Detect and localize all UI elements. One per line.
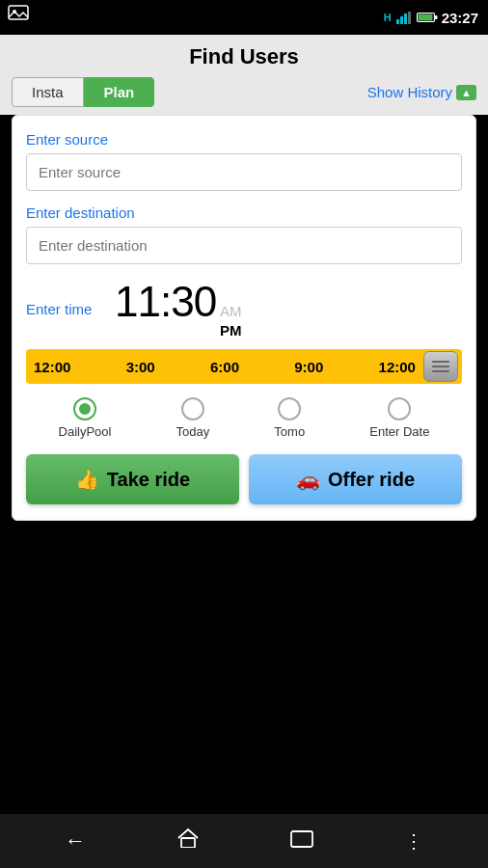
take-ride-button[interactable]: 👍 Take ride [26,454,239,504]
radio-tomo-label: Tomo [274,424,305,439]
source-input[interactable] [26,153,462,191]
home-button[interactable] [176,828,200,854]
tab-insta[interactable]: Insta [12,77,84,107]
thumb-line-2 [432,366,449,367]
time-section: Enter time 11:30 AM PM [26,278,462,339]
history-arrow-icon: ▲ [456,85,476,100]
back-button[interactable]: ← [65,828,86,854]
svg-rect-8 [418,14,432,21]
slider-label-1: 3:00 [126,359,155,375]
tab-bar: Insta Plan Show History ▲ [0,77,488,115]
recents-icon [290,830,313,848]
app-header: Find Users [0,35,488,77]
radio-daily[interactable]: DailyPool [59,397,112,439]
tab-plan[interactable]: Plan [84,77,155,107]
slider-label-0: 12:00 [34,359,70,375]
radio-today-label: Today [176,424,210,439]
radio-enter-date-circle [388,397,411,420]
status-bar: H 23:27 [0,0,488,35]
time-display: 11:30 AM PM [115,278,242,339]
status-bar-left-icons [8,4,29,25]
slider-thumb[interactable] [423,351,458,382]
svg-rect-0 [9,6,28,19]
slider-label-3: 9:00 [294,359,323,375]
pm-label: PM [220,321,242,340]
ampm-stack: AM PM [220,302,242,339]
nav-bar: ← ⋮ [0,814,488,868]
time-label: Enter time [26,301,103,317]
radio-today[interactable]: Today [176,397,210,439]
slider-label-2: 6:00 [210,359,239,375]
source-label: Enter source [26,131,462,148]
radio-tomo-circle [278,397,301,420]
svg-rect-9 [181,838,195,848]
destination-label: Enter destination [26,204,462,221]
radio-group: DailyPool Today Tomo Enter Date [26,397,462,439]
network-label: H [384,12,392,23]
svg-rect-5 [408,12,411,24]
radio-today-circle [181,397,204,420]
slider-label-4: 12:00 [379,359,416,375]
take-ride-label: Take ride [107,469,190,491]
action-buttons: 👍 Take ride 🚗 Offer ride [26,454,462,504]
signal-icon [395,11,413,24]
show-history-label: Show History [367,84,452,100]
take-ride-icon: 👍 [75,468,99,491]
time-value: 11:30 [115,278,216,326]
thumb-line-3 [432,370,449,372]
thumb-line-1 [432,361,449,363]
radio-daily-label: DailyPool [59,424,112,439]
svg-rect-2 [396,19,399,24]
radio-enter-date[interactable]: Enter Date [369,397,429,439]
offer-ride-button[interactable]: 🚗 Offer ride [249,454,462,504]
home-icon [176,828,200,848]
battery-icon [417,12,438,23]
status-time: 23:27 [442,10,478,26]
photo-icon [8,4,29,21]
time-slider[interactable]: 12:00 3:00 6:00 9:00 12:00 [26,349,462,384]
main-card: Enter source Enter destination Enter tim… [12,115,476,521]
svg-rect-4 [404,14,407,24]
am-label: AM [220,302,242,321]
page-title: Find Users [189,44,299,68]
svg-rect-10 [291,831,312,847]
svg-rect-7 [435,15,438,19]
show-history-button[interactable]: Show History ▲ [367,84,476,100]
status-icons: H 23:27 [384,10,478,26]
offer-ride-icon: 🚗 [296,468,320,491]
recents-button[interactable] [290,828,313,854]
more-options-button[interactable]: ⋮ [404,829,423,853]
radio-enter-date-label: Enter Date [369,424,429,439]
offer-ride-label: Offer ride [328,469,415,491]
radio-daily-circle [73,397,96,420]
destination-input[interactable] [26,227,462,264]
svg-rect-3 [400,16,403,24]
radio-tomo[interactable]: Tomo [274,397,305,439]
